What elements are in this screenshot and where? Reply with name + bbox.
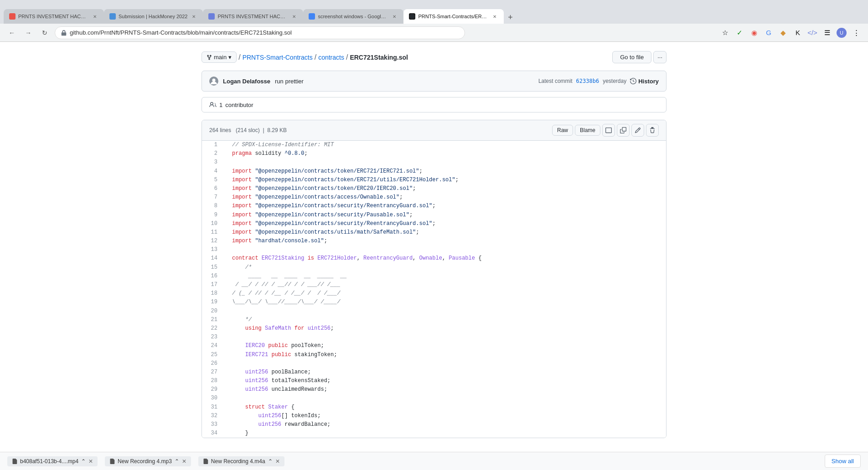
bookmark-icon[interactable]: ☆ xyxy=(718,26,731,39)
page-content: main ▾ / PRNTS-Smart-Contracts / contrac… xyxy=(0,42,868,470)
extensions-button[interactable]: ☰ xyxy=(821,26,833,39)
line-code: ____ __ ____ __ _____ __ xyxy=(225,272,666,281)
table-row: 8import "@openzeppelin/contracts/securit… xyxy=(202,202,666,210)
commit-hash[interactable]: 62338b6 xyxy=(576,78,599,84)
line-code: import "@openzeppelin/contracts/token/ER… xyxy=(225,176,666,184)
line-code: import "@openzeppelin/contracts/token/ER… xyxy=(225,184,666,193)
extension-icon-4[interactable]: ◆ xyxy=(777,26,790,39)
tab-1[interactable]: PRNTS INVESTMENT HACKATHC... ✕ xyxy=(4,9,104,24)
repo-link[interactable]: PRNTS-Smart-Contracts xyxy=(243,54,313,61)
line-number: 24 xyxy=(202,342,225,350)
tab-title-5: PRNTS-Smart-Contracts/ERC721... xyxy=(418,14,488,19)
svg-point-2 xyxy=(212,79,216,82)
line-code: / (_ / // / /__ / /__/ / / /___/ xyxy=(225,289,666,298)
line-number: 3 xyxy=(202,158,225,167)
table-row: 12import "hardhat/console.sol"; xyxy=(202,237,666,245)
extension-icon-6[interactable]: </> xyxy=(806,26,819,39)
tab-2[interactable]: Submission | HackMoney 2022 ✕ xyxy=(104,9,203,24)
download-item-2-close[interactable]: ✕ xyxy=(182,458,186,465)
extension-icon-3[interactable]: G xyxy=(762,26,775,39)
tab-title-1: PRNTS INVESTMENT HACKATHC... xyxy=(18,14,88,19)
more-options-button[interactable]: ··· xyxy=(653,51,666,63)
forward-button[interactable]: → xyxy=(22,26,35,39)
expand-button[interactable] xyxy=(602,124,615,137)
history-link[interactable]: History xyxy=(630,78,659,85)
table-row: 23 xyxy=(202,333,666,342)
table-row: 31 struct Staker { xyxy=(202,403,666,412)
tab-bar: PRNTS INVESTMENT HACKATHC... ✕ Submissio… xyxy=(0,9,868,24)
line-code: import "@openzeppelin/contracts/security… xyxy=(225,211,666,220)
code-content: 1// SPDX-License-Identifier: MIT2pragma … xyxy=(202,141,666,438)
show-all-button[interactable]: Show all xyxy=(825,455,861,468)
svg-point-0 xyxy=(409,14,415,19)
table-row: 20 xyxy=(202,307,666,316)
extension-icon-2[interactable]: ◉ xyxy=(748,26,760,39)
more-menu-button[interactable]: ⋮ xyxy=(850,26,863,39)
delete-button[interactable] xyxy=(646,124,659,137)
table-row: 28 uint256 totalTokensStaked; xyxy=(202,377,666,385)
commit-author[interactable]: Logan Delafosse xyxy=(223,78,270,85)
commit-message: run prettier xyxy=(275,78,304,85)
branch-name: main xyxy=(214,54,227,61)
tab-favicon-3 xyxy=(208,13,215,20)
table-row: 32 uint256[] tokenIds; xyxy=(202,412,666,420)
reload-button[interactable]: ↻ xyxy=(38,26,51,39)
line-number: 13 xyxy=(202,245,225,254)
tab-close-2[interactable]: ✕ xyxy=(190,13,197,20)
code-table: 1// SPDX-License-Identifier: MIT2pragma … xyxy=(202,141,666,438)
line-number: 20 xyxy=(202,307,225,316)
profile-icon[interactable]: U xyxy=(835,26,848,39)
extension-icon-1[interactable]: ✓ xyxy=(733,26,746,39)
line-number: 16 xyxy=(202,272,225,281)
tab-close-4[interactable]: ✕ xyxy=(391,13,398,20)
line-code: uint256[] tokenIds; xyxy=(225,412,666,420)
line-number: 27 xyxy=(202,368,225,377)
line-code: import "@openzeppelin/contracts/security… xyxy=(225,202,666,210)
download-item-1-name: b408af51-013b-4....mp4 xyxy=(20,458,78,465)
new-tab-button[interactable]: + xyxy=(504,11,517,24)
history-label: History xyxy=(638,78,659,85)
extension-icon-5[interactable]: K xyxy=(791,26,804,39)
code-header: 264 lines (214 sloc) | 8.29 KB Raw Blame xyxy=(202,120,666,141)
code-stats: 264 lines (214 sloc) | 8.29 KB xyxy=(209,127,552,133)
tab-close-3[interactable]: ✕ xyxy=(290,13,298,20)
back-button[interactable]: ← xyxy=(5,26,18,39)
download-item-1-close[interactable]: ✕ xyxy=(88,458,93,465)
line-code: / __/ / // / __// / / ___// /___ xyxy=(225,281,666,289)
table-row: 26 xyxy=(202,359,666,368)
url-bar[interactable]: github.com/PrntNft/PRNTS-Smart-Contracts… xyxy=(55,26,465,39)
line-code: } xyxy=(225,429,666,438)
branch-button[interactable]: main ▾ xyxy=(202,51,237,63)
table-row: 33 uint256 rewardBalance; xyxy=(202,420,666,429)
download-item-2: New Recording 4.mp3 ⌃ ✕ xyxy=(105,456,191,466)
download-item-2-expand[interactable]: ⌃ xyxy=(175,458,179,465)
tab-3[interactable]: PRNTS INVESTMENT HACKATHC... ✕ xyxy=(203,9,303,24)
folder-link[interactable]: contracts xyxy=(318,54,344,61)
tab-favicon-1 xyxy=(9,13,16,20)
table-row: 3 xyxy=(202,158,666,167)
file-icon-1 xyxy=(12,459,17,464)
table-row: 21 */ xyxy=(202,316,666,324)
download-item-3-expand[interactable]: ⌃ xyxy=(268,458,273,465)
code-actions: Raw Blame xyxy=(552,124,659,137)
url-text: github.com/PrntNft/PRNTS-Smart-Contracts… xyxy=(70,29,292,36)
tab-4[interactable]: screenshot windows - Google Se... ✕ xyxy=(303,9,403,24)
edit-button[interactable] xyxy=(631,124,644,137)
download-item-1-expand[interactable]: ⌃ xyxy=(81,458,86,465)
browser-toolbar: ☆ ✓ ◉ G ◆ K </> ☰ U ⋮ xyxy=(718,26,863,39)
blame-button[interactable]: Blame xyxy=(575,125,600,136)
author-avatar xyxy=(209,77,218,86)
tab-close-5[interactable]: ✕ xyxy=(491,13,498,20)
raw-button[interactable]: Raw xyxy=(552,125,573,136)
tab-close-1[interactable]: ✕ xyxy=(91,13,98,20)
line-number: 12 xyxy=(202,237,225,245)
copy-button[interactable] xyxy=(617,124,630,137)
download-item-3-close[interactable]: ✕ xyxy=(275,458,280,465)
go-to-file-button[interactable]: Go to file xyxy=(612,51,651,63)
tab-5[interactable]: PRNTS-Smart-Contracts/ERC721... ✕ xyxy=(403,9,504,24)
line-code: uint256 rewardBalance; xyxy=(225,420,666,429)
contributor-label: contributor xyxy=(225,102,253,108)
table-row: 5import "@openzeppelin/contracts/token/E… xyxy=(202,176,666,184)
table-row: 18/ (_ / // / /__ / /__/ / / /___/ xyxy=(202,289,666,298)
table-row: 27 uint256 poolBalance; xyxy=(202,368,666,377)
